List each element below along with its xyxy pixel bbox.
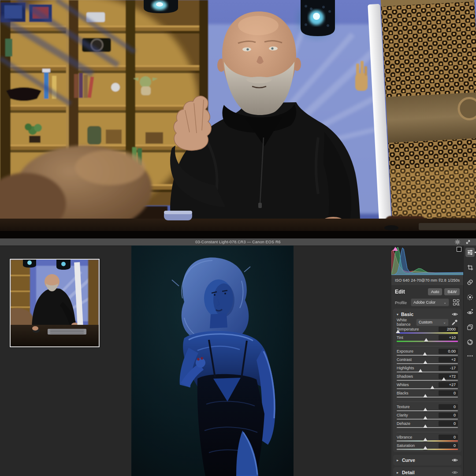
slider-thumb[interactable] <box>423 408 428 411</box>
detail-section[interactable]: ▸ Detail <box>393 467 461 476</box>
curve-section[interactable]: ▸ Curve <box>393 455 461 465</box>
highlight-clipping-indicator[interactable] <box>457 247 461 252</box>
settings-gear-icon[interactable] <box>455 239 460 245</box>
slider-value[interactable]: 0 <box>439 390 458 396</box>
visibility-eye-icon[interactable] <box>452 458 458 462</box>
slider-track[interactable] <box>397 410 458 411</box>
slider-value[interactable]: 0.00 <box>439 349 458 354</box>
slider-exposure: Exposure0.00 <box>397 349 458 357</box>
healing-icon[interactable] <box>465 278 475 287</box>
slider-track[interactable] <box>397 332 458 334</box>
slider-track[interactable] <box>397 419 458 420</box>
chevron-down-icon: ⌄ <box>443 320 446 324</box>
white-balance-label: White balance <box>397 318 416 327</box>
tools-toolbar <box>463 245 476 476</box>
slider-track[interactable] <box>397 355 458 356</box>
slider-blacks: Blacks0 <box>397 390 458 399</box>
slider-texture: Texture0 <box>397 404 458 413</box>
auto-button[interactable]: Auto <box>428 288 443 295</box>
curve-title: Curve <box>402 457 452 463</box>
slider-clarity: Clarity0 <box>397 413 458 421</box>
chevron-right-icon: ▸ <box>397 470 402 475</box>
slider-label: Highlights <box>397 366 414 370</box>
slider-value[interactable]: +27 <box>439 382 458 387</box>
slider-whites: Whites+27 <box>397 382 458 390</box>
slider-group-divider <box>397 343 458 346</box>
visibility-eye-icon[interactable] <box>452 312 458 316</box>
more-options-icon[interactable] <box>465 351 475 361</box>
slider-dehaze: Dehaze0 <box>397 421 458 429</box>
edit-sliders-icon[interactable] <box>465 248 475 257</box>
slider-label: Texture <box>397 405 410 409</box>
detail-title: Detail <box>402 470 452 475</box>
versions-icon[interactable] <box>465 338 475 347</box>
slider-track[interactable] <box>397 449 458 450</box>
slider-thumb[interactable] <box>423 424 428 428</box>
basic-header[interactable]: ▾ Basic <box>397 311 458 318</box>
pendant-lamp-left <box>144 0 178 13</box>
edit-title: Edit <box>395 289 426 295</box>
slider-label: Tint <box>397 335 403 340</box>
photo-canvas[interactable] <box>131 245 294 476</box>
basic-title: Basic <box>401 312 452 317</box>
slider-value[interactable]: -17 <box>439 365 458 371</box>
slider-value[interactable]: 0 <box>439 413 458 418</box>
display-back-panel <box>368 0 476 232</box>
slider-value[interactable]: 0 <box>439 443 458 448</box>
edit-panel: ISO 640 24-70@70 mm f/2.8 1/250s Edit Au… <box>391 245 463 476</box>
profile-select[interactable]: Adobe Color ⌄ <box>411 298 449 306</box>
crop-icon[interactable] <box>465 263 475 272</box>
slider-label: Dehaze <box>397 421 410 426</box>
white-balance-select[interactable]: Custom ⌄ <box>416 319 449 326</box>
slider-label: Whites <box>397 383 409 387</box>
slider-thumb[interactable] <box>424 338 428 342</box>
profile-browser-icon[interactable] <box>453 299 460 306</box>
eyedropper-icon[interactable] <box>451 319 458 326</box>
masking-icon[interactable] <box>465 293 475 302</box>
slider-thumb[interactable] <box>423 416 428 420</box>
slider-thumb[interactable] <box>423 352 427 356</box>
slider-track[interactable] <box>397 372 458 372</box>
presets-icon[interactable] <box>465 323 475 332</box>
slider-value[interactable]: 2000 <box>439 327 458 332</box>
slider-group-divider <box>397 399 458 402</box>
chevron-right-icon: ▸ <box>397 458 402 462</box>
slider-track[interactable] <box>397 427 458 428</box>
slider-thumb[interactable] <box>423 394 428 398</box>
slider-label: Exposure <box>397 349 413 353</box>
fullscreen-icon[interactable] <box>465 239 471 245</box>
slider-thumb[interactable] <box>430 386 435 389</box>
shadow-clipping-indicator[interactable] <box>393 247 398 251</box>
slider-vibrance: Vibrance0 <box>397 435 458 443</box>
slider-thumb[interactable] <box>423 446 428 450</box>
slider-thumb[interactable] <box>423 361 428 364</box>
slider-label: Saturation <box>397 443 415 448</box>
keyboard <box>419 223 476 230</box>
slider-value[interactable]: +2 <box>439 357 458 362</box>
slider-thumb[interactable] <box>442 377 446 381</box>
slider-track[interactable] <box>397 363 458 364</box>
slider-value[interactable]: 0 <box>439 404 458 409</box>
slider-group-divider <box>397 429 458 432</box>
bw-button[interactable]: B&W <box>444 288 460 295</box>
slider-thumb[interactable] <box>423 438 428 441</box>
slider-track[interactable] <box>397 397 458 398</box>
iso-value: ISO 640 <box>395 278 409 283</box>
slider-label: Shadows <box>397 374 413 379</box>
slider-track[interactable] <box>397 380 458 381</box>
slider-value[interactable]: +10 <box>439 335 458 340</box>
slider-thumb[interactable] <box>396 330 400 333</box>
slider-label: Contrast <box>397 357 412 362</box>
slider-track[interactable] <box>397 440 458 442</box>
red-eye-icon[interactable] <box>465 308 475 317</box>
white-balance-row: White balance Custom ⌄ <box>397 318 458 327</box>
slider-value[interactable]: 0 <box>439 421 458 426</box>
slider-thumb[interactable] <box>418 369 423 372</box>
histogram[interactable] <box>391 245 463 275</box>
slider-track[interactable] <box>397 388 458 389</box>
presenter-pip-inset <box>10 259 100 347</box>
visibility-eye-icon[interactable] <box>452 470 458 475</box>
slider-value[interactable]: 0 <box>439 435 458 440</box>
slider-track[interactable] <box>397 341 458 342</box>
basic-section: ▾ Basic White balance Custom ⌄ <box>393 309 461 452</box>
